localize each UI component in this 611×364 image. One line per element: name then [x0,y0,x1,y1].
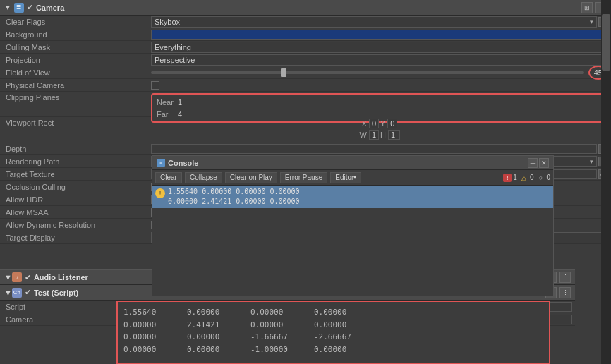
info-icon: ○ [536,174,545,182]
audio-icon: ♪ [12,272,22,282]
camera-component-header[interactable]: ▼ ☰ ✔ Camera ⊞ ⋮ [0,0,611,16]
matrix-row-3: 0.00000 0.00000 -1.00000 0.00000 [123,344,543,356]
clear-flags-value: Skybox ⋮ [151,16,608,28]
console-content: ! 1.55640 0.00000 0.00000 0.00000 0.0000… [152,186,553,296]
console-line-1: 1.55640 0.00000 0.00000 0.00000 [168,187,300,197]
viewport-y-cell: Y 0 [380,119,397,128]
clear-flags-label: Clear Flags [3,18,151,26]
console-panel: ≡ Console ─ ✕ Clear Collapse Clear on Pl… [152,155,554,296]
camera-icon: ☰ [14,3,24,13]
depth-value: ⋮ [151,144,608,154]
viewport-h-input[interactable]: 1 [388,130,400,140]
m01: 0.00000 [187,306,236,319]
clear-flags-dropdown[interactable]: Skybox [151,16,597,28]
console-log-row[interactable]: ! 1.55640 0.00000 0.00000 0.00000 0.0000… [152,186,553,208]
console-counters: ! 1 △ 0 ○ 0 [503,174,550,182]
fov-value: 45 [151,68,608,77]
fov-row: Field of View 45 [0,66,611,79]
far-label: Far [157,110,178,119]
audio-settings-icon[interactable]: ⋮ [559,272,571,283]
m10: 0.00000 [123,319,173,332]
allow-msaa-label: Allow MSAA [3,208,151,217]
console-icon: ≡ [157,159,165,167]
projection-dropdown[interactable]: Perspective [151,54,608,66]
near-row: Near 1 [157,96,603,108]
test-checkbox[interactable]: ✔ [25,288,31,297]
viewport-y-input[interactable]: 0 [387,119,397,128]
console-clear-on-play-btn[interactable]: Clear on Play [225,172,277,183]
matrix-row-1: 0.00000 2.41421 0.00000 0.00000 [123,319,543,332]
culling-mask-dropdown[interactable]: Everything [151,42,608,53]
physical-camera-value [151,81,608,90]
background-value [151,30,608,40]
background-color-field[interactable] [151,30,608,40]
target-texture-label: Target Texture [3,170,151,178]
allow-dynamic-resolution-label: Allow Dynamic Resolution [3,221,151,229]
console-clear-btn[interactable]: Clear [155,172,182,183]
near-label: Near [157,98,178,107]
camera-checkbox[interactable]: ✔ [27,3,33,12]
audio-checkbox[interactable]: ✔ [25,273,31,282]
clipping-planes-row: Clipping Planes Near 1 Far 4 [0,92,611,117]
m22: -1.66667 [250,331,300,344]
toggle-arrow[interactable]: ▼ [4,4,11,11]
target-display-label: Target Display [3,233,151,242]
camera-grid-icon[interactable]: ⊞ [581,2,593,13]
rendering-path-label: Rendering Path [3,157,151,166]
projection-row: Projection Perspective [0,54,611,66]
viewport-rect-value: X 0 Y 0 W 1 H 1 [151,119,608,140]
camera-title: Camera [36,4,64,12]
occlusion-culling-label: Occlusion Culling [3,183,151,191]
right-scrollbar[interactable] [601,0,611,364]
m21: 0.00000 [187,331,236,344]
console-close-btn[interactable]: ✕ [539,158,549,168]
near-value[interactable]: 1 [178,98,182,107]
console-editor-btn[interactable]: Editor [330,172,361,183]
background-label: Background [3,30,151,39]
viewport-x-input[interactable]: 0 [369,119,379,128]
test-script-title: Test (Script) [34,289,78,297]
console-minimize-btn[interactable]: ─ [528,158,538,168]
console-line-2: 0.00000 2.41421 0.00000 0.00000 [168,197,300,207]
audio-toggle-arrow[interactable]: ▼ [4,273,12,281]
m33: 0.00000 [314,344,363,356]
console-collapse-btn[interactable]: Collapse [185,172,222,183]
physical-camera-row: Physical Camera [0,79,611,92]
physical-camera-label: Physical Camera [3,81,151,90]
info-counter: ○ 0 [536,174,550,182]
fov-slider[interactable] [151,71,584,74]
clear-flags-row: Clear Flags Skybox ⋮ [0,16,611,28]
culling-mask-value: Everything [151,42,608,53]
test-toggle-arrow[interactable]: ▼ [4,289,12,297]
warning-icon: △ [520,174,528,182]
console-error-pause-btn[interactable]: Error Pause [280,172,327,183]
far-value[interactable]: 4 [178,110,182,119]
error-count: 1 [513,174,517,181]
matrix-row-0: 1.55640 0.00000 0.00000 0.00000 [123,306,543,319]
m23: -2.66667 [314,331,363,344]
console-title: Console [168,159,198,167]
depth-field[interactable] [151,144,597,154]
info-count: 0 [546,174,550,181]
console-toolbar: Clear Collapse Clear on Play Error Pause… [152,170,553,186]
projection-value: Perspective [151,54,608,66]
viewport-w-cell: W 1 [359,130,379,140]
console-header: ≡ Console ─ ✕ [152,156,553,170]
m03: 0.00000 [314,306,363,319]
depth-row: Depth ⋮ [0,142,611,155]
culling-mask-row: Culling Mask Everything [0,41,611,54]
m02: 0.00000 [250,306,300,319]
m00: 1.55640 [123,306,173,319]
projection-label: Projection [3,56,151,64]
m32: -1.00000 [250,344,300,356]
m11: 2.41421 [187,319,236,332]
matrix-row-2: 0.00000 0.00000 -1.66667 -2.66667 [123,331,543,344]
test-settings-icon[interactable]: ⋮ [559,287,571,298]
viewport-w-input[interactable]: 1 [369,130,379,140]
allow-hdr-label: Allow HDR [3,195,151,204]
console-close-buttons: ─ ✕ [528,158,549,168]
physical-camera-checkbox[interactable] [151,81,159,90]
error-icon: ! [503,174,512,182]
scrollbar-thumb[interactable] [602,14,610,71]
inspector-panel: ▼ ☰ ✔ Camera ⊞ ⋮ Clear Flags Skybox ⋮ Ba… [0,0,611,364]
